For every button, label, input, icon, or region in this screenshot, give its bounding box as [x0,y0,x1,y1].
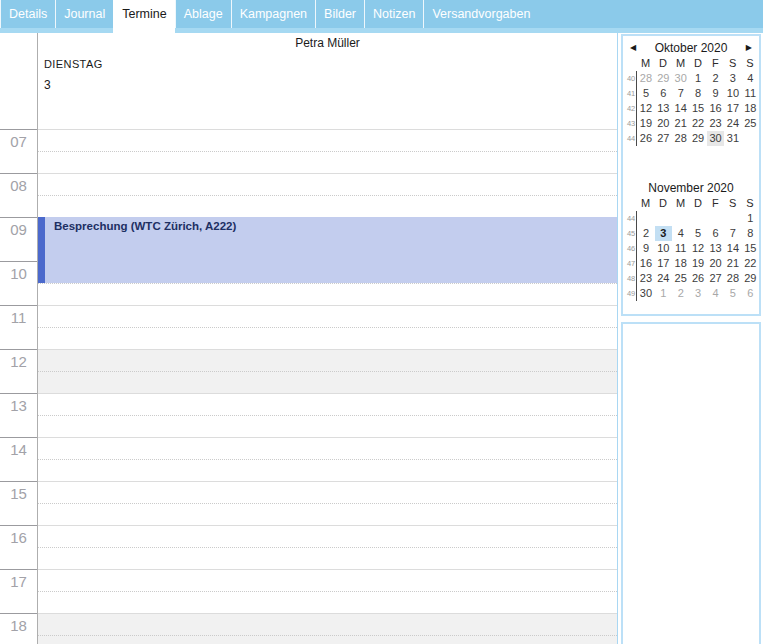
tab-journal[interactable]: Journal [55,0,113,28]
minical-day[interactable]: 5 [689,226,706,241]
minical-day[interactable]: 3 [724,71,741,86]
week-number: 49 [623,286,636,301]
minical-day[interactable]: 24 [724,116,741,131]
tab-kampagnen[interactable]: Kampagnen [231,0,315,28]
time-slot-11[interactable] [38,305,617,349]
time-slot-08[interactable] [38,173,617,217]
minical-day[interactable]: 2 [707,71,724,86]
minical-day[interactable]: 14 [724,241,741,256]
tab-versandvorgaben[interactable]: Versandvorgaben [423,0,538,28]
minical-day[interactable]: 5 [637,86,654,101]
minical-day[interactable]: 11 [672,241,689,256]
minical-day[interactable]: 13 [707,241,724,256]
minical-day[interactable]: 18 [672,256,689,271]
time-slot-15[interactable] [38,481,617,525]
minical-day[interactable]: 3 [689,286,706,301]
half-hour-line [38,283,617,284]
minical-day[interactable]: 16 [637,256,654,271]
minical-day[interactable]: 28 [637,71,654,86]
minical-day[interactable]: 5 [724,286,741,301]
minical-day[interactable]: 6 [655,86,672,101]
minical-day[interactable]: 23 [707,116,724,131]
tab-ablage[interactable]: Ablage [175,0,231,28]
minical-day[interactable]: 29 [742,271,759,286]
minical-day[interactable]: 10 [655,241,672,256]
minical-day[interactable]: 2 [672,286,689,301]
minical-day[interactable]: 22 [742,256,759,271]
minical-day[interactable]: 23 [637,271,654,286]
tab-termine[interactable]: Termine [113,0,174,33]
minical-day[interactable]: 31 [724,131,741,146]
minical-day[interactable]: 18 [742,101,759,116]
minical-day[interactable]: 19 [689,256,706,271]
minical-day[interactable]: 17 [724,101,741,116]
minical-day[interactable]: 17 [655,256,672,271]
appointment-block[interactable]: Besprechung (WTC Zürich, A222) [38,217,617,283]
minical-day[interactable]: 3 [655,226,672,241]
minical-day[interactable]: 8 [742,226,759,241]
minical-day[interactable]: 29 [689,131,706,146]
minical-day[interactable]: 4 [672,226,689,241]
tab-details[interactable]: Details [0,0,55,28]
minical-day[interactable]: 4 [742,71,759,86]
minical-day[interactable]: 27 [707,271,724,286]
minical-day[interactable]: 4 [707,286,724,301]
minical-day[interactable]: 9 [707,86,724,101]
time-slot-16[interactable] [38,525,617,569]
time-slot-18[interactable] [38,613,617,644]
minical-day[interactable]: 6 [742,286,759,301]
minical-day[interactable]: 27 [655,131,672,146]
minical-day[interactable]: 28 [724,271,741,286]
hour-row-18: 18 [0,613,617,644]
tab-notizen[interactable]: Notizen [364,0,423,28]
minical-day[interactable]: 26 [637,131,654,146]
minical-day[interactable]: 25 [742,116,759,131]
tab-bilder[interactable]: Bilder [315,0,364,28]
minical-day[interactable]: 6 [707,226,724,241]
minical-day[interactable]: 7 [724,226,741,241]
time-slot-12[interactable] [38,349,617,393]
prev-month-arrow-icon[interactable]: ◀ [630,40,636,56]
hour-row-13: 13 [0,393,617,437]
minical-day[interactable]: 20 [707,256,724,271]
minical-day[interactable]: 12 [689,241,706,256]
minical-day[interactable]: 10 [724,86,741,101]
minical-day[interactable]: 30 [707,131,724,146]
hour-label-10: 10 [0,261,37,305]
hour-label-15: 15 [0,481,37,525]
minical-day[interactable]: 1 [689,71,706,86]
minical-day[interactable]: 21 [724,256,741,271]
week-number: 42 [623,101,636,116]
minical-day[interactable]: 2 [637,226,654,241]
minical-day[interactable]: 14 [672,101,689,116]
minical-day[interactable]: 15 [742,241,759,256]
time-slot-17[interactable] [38,569,617,613]
minical-day[interactable]: 1 [742,211,759,226]
time-slot-13[interactable] [38,393,617,437]
minical-day[interactable]: 30 [637,286,654,301]
minical-day[interactable]: 9 [637,241,654,256]
minical-day[interactable]: 8 [689,86,706,101]
half-hour-line [38,503,617,504]
time-slot-07[interactable] [38,129,617,173]
minical-day[interactable]: 30 [672,71,689,86]
minical-day[interactable]: 21 [672,116,689,131]
minical-day[interactable]: 26 [689,271,706,286]
minical-day[interactable]: 15 [689,101,706,116]
minical-day[interactable]: 28 [672,131,689,146]
time-slot-14[interactable] [38,437,617,481]
minical-day[interactable]: 13 [655,101,672,116]
minical-day[interactable]: 22 [689,116,706,131]
minical-day[interactable]: 29 [655,71,672,86]
minical-day[interactable]: 12 [637,101,654,116]
next-month-arrow-icon[interactable]: ▶ [746,40,752,56]
minical-day[interactable]: 19 [637,116,654,131]
minical-day[interactable]: 16 [707,101,724,116]
minical-day[interactable]: 25 [672,271,689,286]
minical-day[interactable]: 1 [655,286,672,301]
week-number: 43 [623,116,636,131]
minical-day[interactable]: 7 [672,86,689,101]
minical-day[interactable]: 11 [742,86,759,101]
minical-day[interactable]: 20 [655,116,672,131]
minical-day[interactable]: 24 [655,271,672,286]
